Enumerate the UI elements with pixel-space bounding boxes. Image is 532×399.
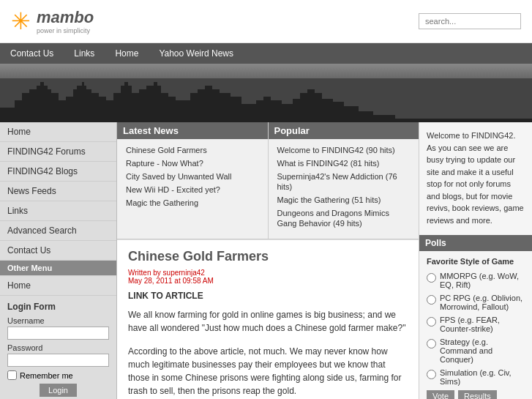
logo-star-icon: ✳ bbox=[11, 7, 31, 35]
poll-radio-mmorpg[interactable] bbox=[427, 273, 436, 283]
article-author: Written by superninja42 bbox=[128, 269, 205, 277]
sidebar-item-home[interactable]: Home bbox=[0, 122, 116, 142]
poll-label-simulation: Simulation (e.g. Civ, Sims) bbox=[440, 368, 525, 386]
popular-item: Magic the Gathering (51 hits) bbox=[277, 195, 411, 205]
article-meta: Written by superninja42 May 28, 2011 at … bbox=[128, 269, 408, 285]
news-item: New Wii HD - Excited yet? bbox=[126, 184, 259, 195]
main-content: Latest News Chinese Gold Farmers Rapture… bbox=[117, 122, 419, 399]
brand-tagline: power in simplicity bbox=[37, 27, 94, 34]
article-section: Chinese Gold Farmers Written by supernin… bbox=[117, 239, 419, 399]
hero-image bbox=[0, 64, 532, 122]
sidebar-item-blogs[interactable]: FINDING42 Blogs bbox=[0, 162, 116, 182]
news-item: City Saved by Unwanted Wall bbox=[126, 171, 259, 182]
poll-option-strategy: Strategy (e.g. Command and Conquer) bbox=[427, 338, 525, 364]
popular-link-addiction[interactable]: Superninja42's New Addiction (76 hits) bbox=[277, 172, 397, 191]
popular-item: Welcome to FINDING42 (90 hits) bbox=[277, 145, 411, 155]
sidebar-left: Home FINDING42 Forums FINDING42 Blogs Ne… bbox=[0, 122, 117, 399]
header: ✳ mambo power in simplicity bbox=[0, 0, 532, 43]
welcome-text: Welcome to FINDING42. As you can see we … bbox=[427, 130, 525, 226]
polls-question: Favorite Style of Game bbox=[427, 257, 525, 266]
logo: ✳ mambo power in simplicity bbox=[11, 7, 94, 35]
sidebar-item-home2[interactable]: Home bbox=[0, 276, 116, 296]
news-link-chinese-gold[interactable]: Chinese Gold Farmers bbox=[126, 146, 207, 154]
popular-link-whatis[interactable]: What is FINDING42 (81 hits) bbox=[277, 159, 380, 168]
poll-radio-strategy[interactable] bbox=[427, 339, 436, 348]
poll-label-strategy: Strategy (e.g. Command and Conquer) bbox=[440, 338, 525, 364]
login-form-section: Login Form Username Password Remember me… bbox=[0, 296, 116, 399]
brand-text: mambo power in simplicity bbox=[37, 8, 94, 34]
sidebar-item-newsfeeds[interactable]: News Feeds bbox=[0, 182, 116, 201]
poll-radio-pcrpg[interactable] bbox=[427, 295, 436, 305]
popular-news-title: Popular bbox=[269, 122, 419, 139]
nav-links[interactable]: Links bbox=[64, 43, 105, 64]
sidebar-item-links[interactable]: Links bbox=[0, 201, 116, 221]
news-link-wiihd[interactable]: New Wii HD - Excited yet? bbox=[126, 185, 220, 194]
poll-option-fps: FPS (e.g. FEAR, Counter-strike) bbox=[427, 316, 525, 333]
login-button[interactable]: Login bbox=[40, 384, 77, 397]
news-item: Chinese Gold Farmers bbox=[126, 145, 259, 155]
article-date: May 28, 2011 at 09:58 AM bbox=[128, 277, 214, 285]
news-grid: Latest News Chinese Gold Farmers Rapture… bbox=[117, 122, 419, 239]
latest-news-title: Latest News bbox=[117, 122, 268, 139]
vote-button[interactable]: Vote bbox=[427, 390, 454, 399]
sidebar-item-forums[interactable]: FINDING42 Forums bbox=[0, 142, 116, 162]
news-link-city[interactable]: City Saved by Unwanted Wall bbox=[126, 172, 232, 181]
article-link[interactable]: LINK TO ARTICLE bbox=[128, 291, 408, 301]
remember-me-row: Remember me bbox=[7, 370, 109, 380]
poll-label-fps: FPS (e.g. FEAR, Counter-strike) bbox=[440, 316, 525, 333]
main-layout: Home FINDING42 Forums FINDING42 Blogs Ne… bbox=[0, 122, 532, 399]
popular-link-magic[interactable]: Magic the Gathering (51 hits) bbox=[277, 195, 381, 204]
poll-radio-fps[interactable] bbox=[427, 317, 436, 327]
poll-option-mmorpg: MMORPG (e.g. WoW, EQ, Rift) bbox=[427, 272, 525, 289]
poll-label-mmorpg: MMORPG (e.g. WoW, EQ, Rift) bbox=[440, 272, 525, 289]
sidebar-right: Welcome to FINDING42. As you can see we … bbox=[419, 122, 532, 399]
brand-name: mambo bbox=[37, 8, 94, 27]
username-label: Username bbox=[7, 316, 109, 325]
poll-label-pcrpg: PC RPG (e.g. Oblivion, Morrowind, Fallou… bbox=[440, 294, 525, 311]
news-item: Magic the Gathering bbox=[126, 198, 259, 208]
news-item: Rapture - Now What? bbox=[126, 158, 259, 168]
password-input[interactable] bbox=[7, 354, 109, 367]
news-link-rapture[interactable]: Rapture - Now What? bbox=[126, 159, 203, 168]
results-button[interactable]: Results bbox=[458, 390, 497, 399]
popular-news-col: Popular Welcome to FINDING42 (90 hits) W… bbox=[269, 122, 419, 239]
poll-option-pcrpg: PC RPG (e.g. Oblivion, Morrowind, Fallou… bbox=[427, 294, 525, 311]
latest-news-col: Latest News Chinese Gold Farmers Rapture… bbox=[117, 122, 269, 239]
polls-title: Polls bbox=[419, 235, 532, 251]
sidebar-item-contact[interactable]: Contact Us bbox=[0, 241, 116, 261]
password-label: Password bbox=[7, 343, 109, 352]
poll-radio-simulation[interactable] bbox=[427, 370, 436, 379]
popular-link-dnd[interactable]: Dungeons and Dragons Mimics Gang Behavio… bbox=[277, 209, 389, 228]
article-body-1: We all know farming for gold in online g… bbox=[128, 308, 408, 335]
main-nav: Contact Us Links Home Yahoo Weird News bbox=[0, 43, 532, 64]
article-title: Chinese Gold Farmers bbox=[128, 249, 408, 264]
popular-item: Dungeons and Dragons Mimics Gang Behavio… bbox=[277, 208, 411, 228]
login-form-title: Login Form bbox=[7, 302, 109, 312]
search-input[interactable] bbox=[419, 13, 521, 29]
sidebar-item-advanced-search[interactable]: Advanced Search bbox=[0, 221, 116, 241]
poll-option-simulation: Simulation (e.g. Civ, Sims) bbox=[427, 368, 525, 386]
poll-buttons: Vote Results bbox=[427, 390, 525, 399]
news-link-magic[interactable]: Magic the Gathering bbox=[126, 198, 198, 207]
remember-me-checkbox[interactable] bbox=[7, 370, 17, 380]
popular-link-welcome[interactable]: Welcome to FINDING42 (90 hits) bbox=[277, 146, 395, 154]
article-body-2: According to the above article, not much… bbox=[128, 345, 408, 398]
username-input[interactable] bbox=[7, 327, 109, 340]
popular-item: What is FINDING42 (81 hits) bbox=[277, 158, 411, 168]
nav-yahoo-weird-news[interactable]: Yahoo Weird News bbox=[149, 43, 244, 64]
remember-me-label: Remember me bbox=[20, 371, 73, 380]
nav-contact-us[interactable]: Contact Us bbox=[0, 43, 64, 64]
nav-home[interactable]: Home bbox=[105, 43, 149, 64]
other-menu-header: Other Menu bbox=[0, 261, 116, 276]
popular-item: Superninja42's New Addiction (76 hits) bbox=[277, 171, 411, 192]
